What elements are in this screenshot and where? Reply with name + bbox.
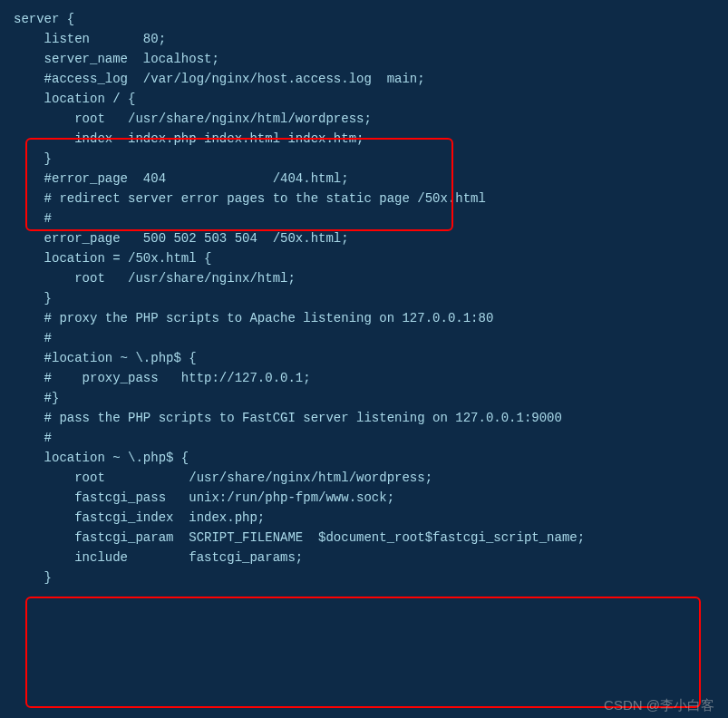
code-line: #location ~ \.php$ { bbox=[14, 348, 714, 368]
code-line: } bbox=[14, 568, 714, 587]
code-line: # bbox=[14, 428, 714, 448]
code-line: # proxy the PHP scripts to Apache listen… bbox=[14, 308, 714, 328]
code-line: fastcgi_pass unix:/run/php-fpm/www.sock; bbox=[14, 488, 714, 508]
code-line: #access_log /var/log/nginx/host.access.l… bbox=[14, 69, 714, 89]
highlight-box-location-php bbox=[25, 597, 701, 708]
code-line: include fastcgi_params; bbox=[14, 548, 714, 568]
code-line: root /usr/share/nginx/html; bbox=[14, 268, 714, 288]
code-line: server { bbox=[14, 9, 714, 29]
code-line: # redirect server error pages to the sta… bbox=[14, 189, 714, 209]
code-line: server_name localhost; bbox=[14, 49, 714, 69]
code-line: index index.php index.html index.htm; bbox=[14, 129, 714, 149]
code-line: # bbox=[14, 328, 714, 348]
code-line: location ~ \.php$ { bbox=[14, 448, 714, 468]
code-line: error_page 500 502 503 504 /50x.html; bbox=[14, 228, 714, 248]
code-line: #} bbox=[14, 388, 714, 408]
code-line: } bbox=[14, 149, 714, 169]
code-line: root /usr/share/nginx/html/wordpress; bbox=[14, 109, 714, 129]
code-line: fastcgi_index index.php; bbox=[14, 508, 714, 528]
code-line: listen 80; bbox=[14, 29, 714, 49]
code-line: # pass the PHP scripts to FastCGI server… bbox=[14, 408, 714, 428]
code-line: location / { bbox=[14, 89, 714, 109]
code-line: #error_page 404 /404.html; bbox=[14, 169, 714, 189]
code-line: # proxy_pass http://127.0.0.1; bbox=[14, 368, 714, 388]
code-line: } bbox=[14, 288, 714, 308]
code-line: # bbox=[14, 209, 714, 228]
code-block: server { listen 80; server_name localhos… bbox=[14, 9, 714, 587]
code-line: fastcgi_param SCRIPT_FILENAME $document_… bbox=[14, 528, 714, 548]
watermark-text: CSDN @李小白客 bbox=[604, 695, 714, 715]
code-line: root /usr/share/nginx/html/wordpress; bbox=[14, 468, 714, 488]
code-line: location = /50x.html { bbox=[14, 248, 714, 268]
